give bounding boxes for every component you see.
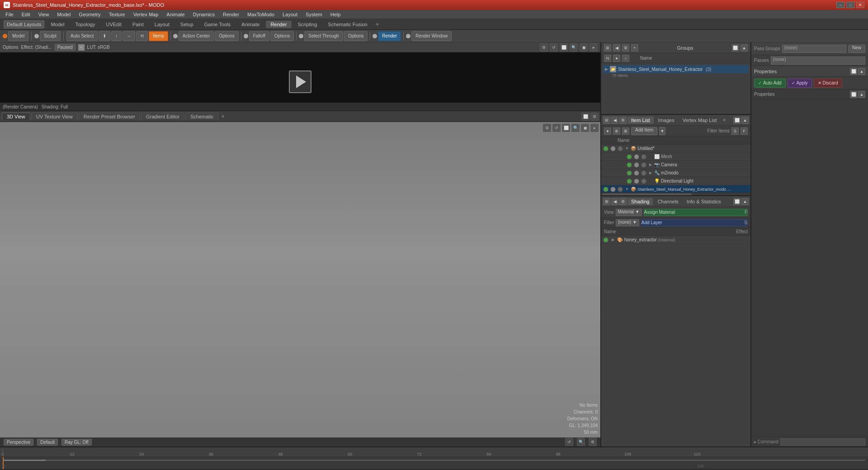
- passes-dropdown[interactable]: (none): [771, 56, 865, 65]
- transform-btn-4[interactable]: ⟲: [136, 31, 148, 41]
- groups-add-btn[interactable]: +: [631, 44, 638, 52]
- timeline-track[interactable]: 0 120: [0, 457, 868, 469]
- tab-images[interactable]: Images: [655, 117, 678, 124]
- menu-view[interactable]: View: [35, 11, 53, 18]
- menu-render[interactable]: Render: [219, 11, 243, 18]
- tab-render[interactable]: Render: [266, 21, 291, 28]
- tree-row-dirlight[interactable]: 💡 Directional Light: [601, 177, 750, 185]
- select-through-button[interactable]: Select Through: [304, 31, 343, 41]
- tree-row-mesh1[interactable]: ⬜ Mesh: [601, 153, 750, 161]
- action-center-button[interactable]: Action Center: [179, 31, 214, 41]
- transform-btn-3[interactable]: ↔: [123, 31, 135, 41]
- render-ctrl-1[interactable]: ⚙: [540, 43, 548, 52]
- add-item-button[interactable]: Add Item: [631, 127, 657, 135]
- maximize-button[interactable]: □: [846, 2, 854, 8]
- add-item-dropdown[interactable]: ▼: [659, 127, 665, 135]
- options-3-button[interactable]: Options: [344, 31, 368, 41]
- tab-3d-view[interactable]: 3D View: [2, 113, 30, 120]
- viewport-settings-btn[interactable]: ⚙: [590, 113, 599, 121]
- vis-btn-extractor[interactable]: [603, 187, 609, 192]
- viewport-ctrl-5[interactable]: ◼: [581, 124, 589, 132]
- vis2-btn-dirlight[interactable]: [634, 179, 639, 184]
- vis2-btn-untitled[interactable]: [610, 146, 616, 151]
- items-button[interactable]: Items: [149, 31, 168, 41]
- filter-s-btn[interactable]: S: [731, 127, 739, 135]
- viewport-ctrl-3[interactable]: ⬜: [562, 124, 570, 132]
- viewport-3d[interactable]: Perspective Default Ray GL: Off ↺ 🔍 ⚙ No…: [0, 122, 600, 446]
- render-button[interactable]: Render: [378, 31, 401, 41]
- menu-edit[interactable]: Edit: [18, 11, 34, 18]
- tab-game-tools[interactable]: Game Tools: [200, 21, 236, 28]
- vis-shading-honey[interactable]: [603, 237, 609, 243]
- filter-f-btn[interactable]: F: [741, 127, 748, 135]
- tab-setup[interactable]: Setup: [176, 21, 198, 28]
- viewport-ctrl-4[interactable]: 🔍: [571, 124, 580, 132]
- options-2-button[interactable]: Options: [270, 31, 294, 41]
- render-ctrl-2[interactable]: ↺: [550, 43, 558, 52]
- tree-row-m2modo[interactable]: ▶ 🔧 m2modo: [601, 169, 750, 177]
- props-sub-expand-btn[interactable]: ⬜: [850, 91, 857, 98]
- item-vis2-btn[interactable]: ⊕: [613, 127, 620, 135]
- tab-gradient-editor[interactable]: Gradient Editor: [141, 113, 184, 120]
- item-list-expand-btn[interactable]: ◀: [611, 117, 618, 124]
- pass-groups-new-button[interactable]: New: [848, 45, 865, 53]
- vis3-btn-extractor[interactable]: [618, 187, 623, 192]
- view-dropdown[interactable]: Material ▼: [616, 209, 642, 216]
- transform-btn-2[interactable]: ↕: [111, 31, 122, 41]
- tab-render-preset-browser[interactable]: Render Preset Browser: [79, 113, 140, 120]
- vis2-btn-extractor[interactable]: [610, 187, 616, 192]
- tab-shading[interactable]: Shading: [627, 198, 653, 205]
- vis2-btn-mesh1[interactable]: [634, 154, 639, 160]
- groups-icon-btn[interactable]: ⊞: [604, 44, 611, 52]
- menu-model[interactable]: Model: [53, 11, 74, 18]
- menu-layout[interactable]: Layout: [279, 11, 301, 18]
- add-layout-tab-button[interactable]: +: [374, 21, 381, 28]
- menu-file[interactable]: File: [2, 11, 17, 18]
- render-ctrl-5[interactable]: ◼: [580, 43, 588, 52]
- vis2-btn-camera[interactable]: [634, 162, 639, 168]
- pass-groups-dropdown[interactable]: (none): [782, 45, 846, 53]
- tab-topology[interactable]: Topology: [71, 21, 99, 28]
- menu-vertexmap[interactable]: Vertex Map: [130, 11, 162, 18]
- tab-schematic[interactable]: Schematic: [185, 113, 218, 120]
- render-ctrl-4[interactable]: 🔍: [570, 43, 578, 52]
- tab-uvedit[interactable]: UVEdit: [101, 21, 126, 28]
- tab-info-statistics[interactable]: Info & Statistics: [683, 198, 725, 205]
- model-mode-button[interactable]: Model: [8, 31, 28, 41]
- render-ctrl-3[interactable]: ⬜: [560, 43, 568, 52]
- add-panel-tab-button[interactable]: +: [721, 117, 727, 123]
- viewport-rot-btn[interactable]: ↺: [565, 438, 573, 446]
- menu-texture[interactable]: Texture: [105, 11, 129, 18]
- item-list-scrollbar[interactable]: [601, 193, 750, 195]
- item-vis-btn[interactable]: ●: [604, 127, 611, 135]
- viewport-zoom-btn[interactable]: 🔍: [577, 438, 585, 446]
- add-view-tab-button[interactable]: +: [219, 113, 226, 120]
- filter-dropdown[interactable]: (none) ▼: [616, 219, 639, 226]
- apply-button[interactable]: ✓ Apply: [788, 79, 812, 88]
- render-play-button[interactable]: [289, 70, 311, 93]
- vis3-btn-mesh1[interactable]: [641, 154, 646, 160]
- render-window-button[interactable]: Render Window: [411, 31, 452, 41]
- menu-dynamics[interactable]: Dynamics: [189, 11, 218, 18]
- vis-btn-mesh1[interactable]: [627, 154, 632, 160]
- groups-new-btn[interactable]: N: [604, 55, 611, 62]
- menu-animate[interactable]: Animate: [163, 11, 188, 18]
- shading-collapse-icon[interactable]: ▲: [741, 198, 749, 205]
- shading-row-honey[interactable]: ▶ 🎨 honey_extractor (Material): [601, 236, 750, 244]
- close-button[interactable]: ✕: [856, 2, 864, 8]
- item-list-icon-btn[interactable]: ⊞: [603, 117, 610, 124]
- vis3-btn-m2modo[interactable]: [641, 170, 646, 176]
- shading-expand-btn[interactable]: ◀: [611, 198, 618, 205]
- props-sub-collapse-btn[interactable]: ▲: [858, 91, 865, 98]
- vis2-btn-m2modo[interactable]: [634, 170, 639, 176]
- viewport-ctrl-2[interactable]: ↺: [552, 124, 561, 132]
- window-controls[interactable]: ─ □ ✕: [836, 2, 864, 8]
- tree-row-camera[interactable]: ▶ 📷 Camera: [601, 161, 750, 169]
- tree-row-untitled[interactable]: ▼ 📦 Untitled*: [601, 145, 750, 153]
- vis3-btn-dirlight[interactable]: [641, 179, 646, 184]
- tab-layout[interactable]: Layout: [150, 21, 174, 28]
- minimize-button[interactable]: ─: [836, 2, 844, 8]
- vis3-btn-untitled[interactable]: [618, 146, 623, 151]
- options-1-button[interactable]: Options: [215, 31, 238, 41]
- vis3-btn-camera[interactable]: [641, 162, 646, 168]
